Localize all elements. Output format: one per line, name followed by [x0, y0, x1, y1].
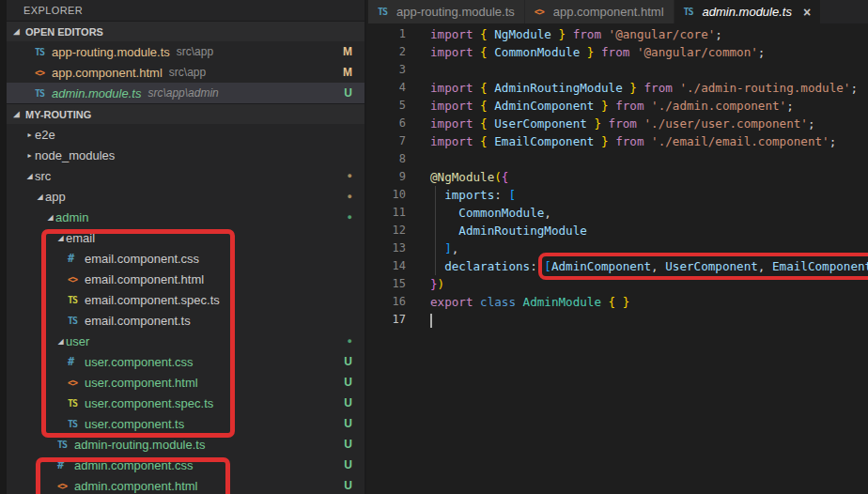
line-number: 6 [368, 115, 406, 132]
code-token: { } [609, 295, 630, 309]
code-token: , [758, 259, 772, 273]
tree-item[interactable]: #admin.component.cssU [0, 455, 364, 475]
open-editors-header[interactable]: ◢ OPEN EDITORS [0, 21, 364, 41]
code-token: } [559, 27, 573, 41]
code-token: CommonModule [430, 206, 544, 220]
tree-item-label: email.component.spec.ts [85, 293, 220, 307]
git-status-badge: U [344, 86, 364, 100]
code-line[interactable]: 12 AdminRoutingModule [368, 222, 868, 239]
code-line-content: @NgModule({ [430, 168, 508, 186]
modified-children-dot-icon: ● [348, 336, 364, 346]
chevron-expanded-icon: ◢ [11, 104, 22, 125]
open-editor-item[interactable]: TSapp-routing.module.tssrc\appM [0, 41, 364, 62]
code-token: from [615, 99, 651, 113]
my-routing-header-label: MY-ROUTING [25, 104, 91, 125]
tree-item[interactable]: ◢admin● [0, 207, 364, 227]
code-line[interactable]: 10 imports: [ [368, 186, 868, 204]
code-area[interactable]: 1import { NgModule } from '@angular/core… [368, 23, 868, 494]
open-editor-item[interactable]: TSadmin.module.tssrc\app\adminU [0, 83, 364, 103]
chevron-collapsed-icon[interactable]: ▸ [24, 151, 35, 160]
tree-item[interactable]: <>email.component.html [0, 269, 364, 289]
tree-item[interactable]: TSuser.component.tsU [0, 413, 364, 434]
code-line[interactable]: 2import { CommonModule } from '@angular/… [368, 43, 868, 61]
open-editor-path: src\app [169, 66, 206, 79]
tree-item[interactable]: ◢user● [0, 331, 364, 351]
code-line[interactable]: 1import { NgModule } from '@angular/core… [368, 25, 868, 43]
line-number: 12 [368, 222, 406, 239]
tree-item[interactable]: ◢app● [0, 186, 364, 207]
tree-item[interactable]: ▸e2e [0, 124, 364, 145]
html-icon: <> [68, 378, 85, 388]
tree-item[interactable]: ▸node_modules [0, 145, 364, 165]
tree-item[interactable]: TSemail.component.ts [0, 310, 364, 331]
code-token: ; [715, 27, 722, 41]
code-line[interactable]: 7import { EmailComponent } from './email… [368, 132, 868, 150]
tree-item-label: admin [55, 210, 88, 224]
tree-item[interactable]: ◢email [0, 227, 364, 248]
line-number: 5 [368, 97, 406, 115]
code-token: import [430, 134, 480, 148]
file-tree: ▸e2e▸node_modules◢src●◢app●◢admin●◢email… [0, 124, 364, 494]
git-untracked-badge: U [344, 479, 364, 492]
tree-item[interactable]: #user.component.cssU [0, 351, 364, 372]
line-number: 7 [368, 132, 406, 150]
code-line[interactable]: 6import { UserComponent } from './user/u… [368, 115, 868, 132]
git-untracked-badge: U [344, 417, 364, 430]
code-line[interactable]: 9@NgModule({ [368, 168, 868, 186]
git-untracked-badge: U [344, 376, 364, 389]
ts-icon: TS [378, 7, 396, 17]
chevron-expanded-icon[interactable]: ◢ [55, 337, 66, 346]
code-token: './user/user.component' [644, 116, 808, 131]
html-icon: <> [57, 481, 74, 491]
tab-admin-module-ts[interactable]: TSadmin.module.ts× [674, 0, 821, 23]
code-token: AdminRoutingModule [430, 224, 587, 238]
code-line[interactable]: 8 [368, 150, 868, 168]
ts-icon: TS [57, 440, 74, 450]
code-token: @NgModule [430, 170, 494, 184]
ts-icon: TS [684, 7, 703, 17]
code-token: , [544, 206, 551, 220]
tree-item-label: admin.component.html [74, 479, 198, 493]
code-line[interactable]: 5import { AdminComponent } from './admin… [368, 97, 868, 115]
code-line[interactable]: 3 [368, 61, 868, 79]
open-editor-item[interactable]: <>app.component.htmlsrc\appM [0, 62, 364, 83]
my-routing-header[interactable]: ◢ MY-ROUTING [0, 103, 364, 124]
code-line[interactable]: 11 CommonModule, [368, 204, 868, 222]
code-token: { [480, 45, 494, 59]
code-line[interactable]: 17 [368, 311, 868, 329]
sidebar-left-strip [0, 0, 7, 494]
line-number: 16 [368, 293, 406, 311]
chevron-expanded-icon: ◢ [11, 22, 22, 42]
code-token: ; [850, 81, 858, 95]
code-token: , [651, 259, 665, 273]
tree-item-label: e2e [35, 128, 55, 142]
editor-group: TSapp-routing.module.ts<>app.component.h… [368, 0, 868, 494]
code-line[interactable]: 14 declarations: [AdminComponent, UserCo… [368, 257, 868, 275]
chevron-expanded-icon[interactable]: ◢ [24, 172, 35, 180]
open-editors-list: TSapp-routing.module.tssrc\appM<>app.com… [0, 41, 364, 103]
tree-item[interactable]: ◢src● [0, 165, 364, 186]
tree-item[interactable]: TSuser.component.spec.tsU [0, 393, 364, 413]
tree-item[interactable]: #email.component.css [0, 248, 364, 269]
code-line[interactable]: 16export class AdminModule { } [368, 293, 868, 311]
tree-item-label: admin.component.css [74, 458, 193, 472]
ts-spec-icon: TS [68, 295, 85, 305]
line-number: 1 [368, 25, 406, 43]
tree-item[interactable]: <>admin.component.htmlU [0, 475, 364, 494]
tree-item[interactable]: <>user.component.htmlU [0, 372, 364, 393]
tab-app-routing-module-ts[interactable]: TSapp-routing.module.ts [368, 0, 524, 23]
tab-app-component-html[interactable]: <>app.component.html [525, 0, 674, 23]
tab-label: app.component.html [553, 5, 664, 19]
chevron-expanded-icon[interactable]: ◢ [45, 213, 55, 222]
chevron-expanded-icon[interactable]: ◢ [35, 193, 45, 201]
code-line-content: declarations: [AdminComponent, UserCompo… [430, 257, 868, 275]
chevron-expanded-icon[interactable]: ◢ [55, 234, 66, 242]
code-token: export [430, 295, 480, 309]
close-icon[interactable]: × [803, 6, 811, 19]
tree-item[interactable]: TSemail.component.spec.ts [0, 289, 364, 310]
tree-item[interactable]: TSadmin-routing.module.tsU [0, 434, 364, 455]
indent-guide [435, 186, 436, 275]
code-token: ] [430, 241, 452, 255]
chevron-collapsed-icon[interactable]: ▸ [24, 131, 35, 139]
code-line[interactable]: 4import { AdminRoutingModule } from './a… [368, 79, 868, 97]
